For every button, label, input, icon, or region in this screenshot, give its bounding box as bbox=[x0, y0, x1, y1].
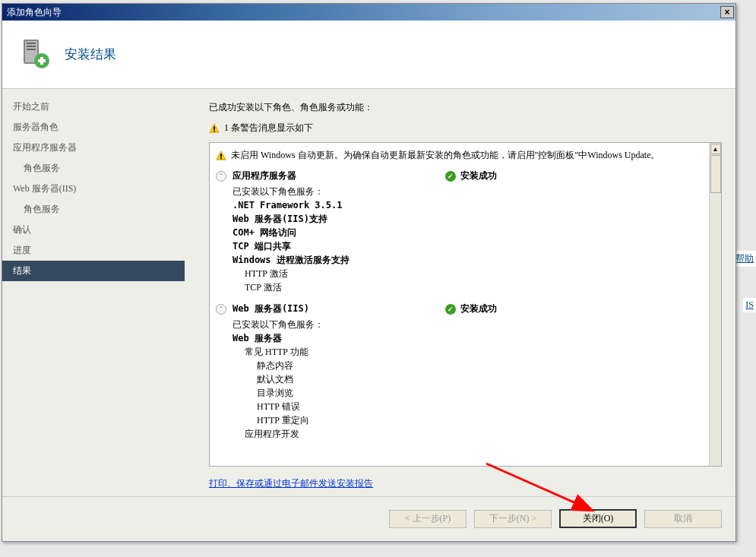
svg-rect-13 bbox=[220, 158, 222, 160]
bg-is-text: IS bbox=[743, 298, 756, 312]
svg-rect-12 bbox=[220, 153, 222, 157]
warning-summary: 1 条警告消息显示如下 bbox=[209, 122, 722, 135]
section-header-web-iis[interactable]: ˄ Web 服务器(IIS) ✓ 安装成功 bbox=[216, 300, 706, 318]
body-area: 开始之前 服务器角色 应用程序服务器 角色服务 Web 服务器(IIS) 角色服… bbox=[2, 89, 735, 496]
box-warning-row: 未启用 Windows 自动更新。为确保自动更新最新安装的角色或功能，请启用"控… bbox=[216, 147, 706, 167]
page-title: 安装结果 bbox=[65, 46, 116, 63]
svg-rect-2 bbox=[27, 43, 36, 44]
section-body-web-iis: 已安装以下角色服务： Web 服务器 常见 HTTP 功能 静态内容 默认文档 … bbox=[216, 318, 706, 441]
svg-rect-7 bbox=[40, 57, 43, 65]
list-item: HTTP 重定向 bbox=[232, 413, 706, 427]
intro-text: 已成功安装以下角色、角色服务或功能： bbox=[209, 101, 722, 114]
status-cell: ✓ 安装成功 bbox=[445, 169, 497, 182]
sidebar-item-results: 结果 bbox=[2, 261, 185, 281]
header-band: 安装结果 bbox=[2, 21, 735, 89]
scrollbar[interactable]: ▲ bbox=[709, 143, 721, 466]
sidebar-item-server-roles: 服务器角色 bbox=[2, 117, 185, 138]
chevron-up-icon: ˄ bbox=[216, 304, 226, 315]
server-role-icon bbox=[19, 38, 52, 71]
previous-button: < 上一步(P) bbox=[389, 510, 467, 528]
svg-rect-9 bbox=[214, 126, 215, 129]
list-item: 目录浏览 bbox=[232, 386, 706, 400]
list-item: Web 服务器 bbox=[232, 331, 706, 345]
chevron-up-icon: ˄ bbox=[216, 171, 226, 182]
section-title: 应用程序服务器 bbox=[232, 169, 445, 182]
list-item: Web 服务器(IIS)支持 bbox=[232, 212, 706, 226]
body-intro: 已安装以下角色服务： bbox=[232, 185, 706, 198]
button-bar: < 上一步(P) 下一步(N) > 关闭(O) 取消 bbox=[2, 496, 735, 540]
section-body-app-server: 已安装以下角色服务： .NET Framework 3.5.1 Web 服务器(… bbox=[216, 185, 706, 294]
results-box: ▲ 未启用 Windows 自动更新。为确保自动更新最新安装的角色或功能，请启用… bbox=[209, 142, 722, 467]
success-icon: ✓ bbox=[445, 304, 456, 315]
body-intro: 已安装以下角色服务： bbox=[232, 318, 706, 331]
close-icon[interactable]: × bbox=[720, 6, 734, 18]
scroll-thumb[interactable] bbox=[710, 155, 721, 193]
print-save-email-report-link[interactable]: 打印、保存或通过电子邮件发送安装报告 bbox=[209, 477, 722, 490]
cancel-button: 取消 bbox=[644, 510, 722, 528]
add-roles-wizard-dialog: 添加角色向导 × 安装结果 开始之前 服务器角色 应用程序服务器 角色服务 We… bbox=[2, 3, 736, 542]
list-item: HTTP 错误 bbox=[232, 400, 706, 413]
list-item: 常见 HTTP 功能 bbox=[232, 345, 706, 359]
list-item: TCP 激活 bbox=[232, 280, 706, 294]
main-content: 已成功安装以下角色、角色服务或功能： 1 条警告消息显示如下 ▲ bbox=[185, 89, 735, 496]
titlebar-title: 添加角色向导 bbox=[7, 6, 720, 19]
sidebar-item-before-begin: 开始之前 bbox=[2, 97, 185, 117]
box-warning-text: 未启用 Windows 自动更新。为确保自动更新最新安装的角色或功能，请启用"控… bbox=[231, 149, 706, 161]
list-item: 默认文档 bbox=[232, 372, 706, 386]
svg-rect-4 bbox=[27, 49, 36, 50]
status-text: 安装成功 bbox=[460, 169, 497, 182]
section-header-app-server[interactable]: ˄ 应用程序服务器 ✓ 安装成功 bbox=[216, 167, 706, 185]
sidebar-item-confirm: 确认 bbox=[2, 220, 185, 240]
list-item: Windows 进程激活服务支持 bbox=[232, 253, 706, 267]
list-item: TCP 端口共享 bbox=[232, 239, 706, 253]
list-item: 静态内容 bbox=[232, 359, 706, 372]
warning-icon bbox=[209, 123, 220, 134]
sidebar-item-app-server: 应用程序服务器 bbox=[2, 138, 185, 158]
list-item: COM+ 网络访问 bbox=[232, 226, 706, 239]
svg-rect-3 bbox=[27, 46, 36, 47]
list-item: HTTP 激活 bbox=[232, 267, 706, 280]
sidebar-item-progress: 进度 bbox=[2, 240, 185, 261]
scroll-up-icon[interactable]: ▲ bbox=[710, 144, 721, 154]
svg-rect-10 bbox=[214, 130, 215, 131]
sidebar-item-role-services-1: 角色服务 bbox=[2, 158, 185, 179]
next-button: 下一步(N) > bbox=[474, 510, 552, 528]
warning-summary-text: 1 条警告消息显示如下 bbox=[224, 122, 313, 135]
close-button[interactable]: 关闭(O) bbox=[559, 509, 637, 528]
bg-help-link: 帮助 bbox=[733, 251, 756, 267]
sidebar-item-web-server-iis: Web 服务器(IIS) bbox=[2, 179, 185, 199]
list-item: 应用程序开发 bbox=[232, 427, 706, 441]
success-icon: ✓ bbox=[445, 171, 456, 182]
warning-icon bbox=[216, 150, 226, 161]
titlebar: 添加角色向导 × bbox=[2, 4, 735, 21]
status-text: 安装成功 bbox=[460, 302, 497, 315]
status-cell: ✓ 安装成功 bbox=[445, 302, 497, 315]
sidebar-item-role-services-2: 角色服务 bbox=[2, 199, 185, 220]
list-item: .NET Framework 3.5.1 bbox=[232, 198, 706, 212]
section-title: Web 服务器(IIS) bbox=[232, 302, 445, 315]
wizard-sidebar: 开始之前 服务器角色 应用程序服务器 角色服务 Web 服务器(IIS) 角色服… bbox=[2, 89, 185, 496]
